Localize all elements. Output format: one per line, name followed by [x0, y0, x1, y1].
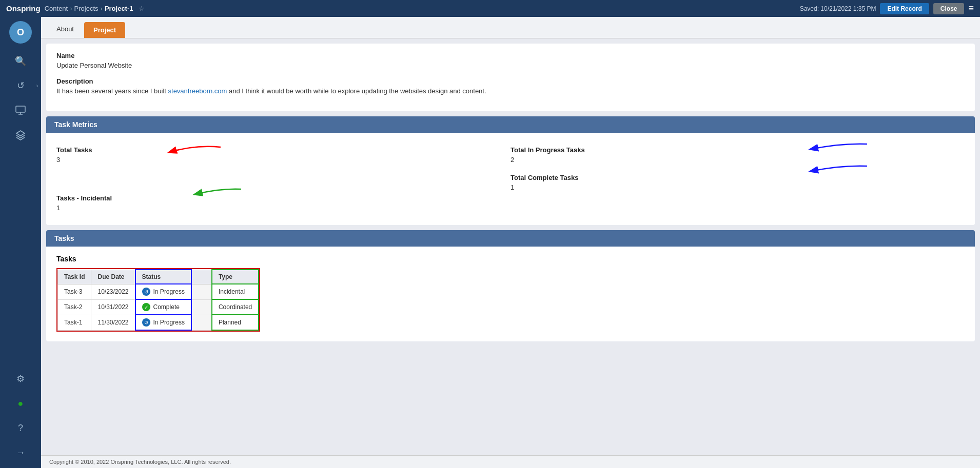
footer: Copyright © 2010, 2022 Onspring Technolo…: [41, 455, 980, 468]
type-cell: Incidental: [212, 284, 259, 299]
tasks-incidental-value: 1: [56, 204, 511, 212]
edit-record-button[interactable]: Edit Record: [880, 3, 929, 14]
tasks-section-header: Tasks: [46, 230, 975, 247]
saved-timestamp: Saved: 10/21/2022 1:35 PM: [800, 5, 876, 12]
sidebar-settings-icon[interactable]: ⚙: [9, 368, 32, 390]
sidebar-status-icon[interactable]: ●: [9, 392, 32, 415]
description-after: and I think it would be worth while to e…: [227, 87, 486, 95]
avatar[interactable]: O: [9, 21, 32, 44]
description-value: It has been several years since I built …: [56, 87, 965, 95]
page-content: Name Update Personal Website Description…: [41, 38, 980, 455]
about-card: Name Update Personal Website Description…: [46, 44, 975, 111]
table-row: Task-111/30/2022↺In ProgressPlanned: [58, 315, 259, 330]
task-id-cell: Task-1: [58, 315, 91, 330]
status-label: In Progress: [153, 288, 185, 295]
status-cell: ↺In Progress: [135, 284, 191, 299]
status-cell: ↺In Progress: [135, 315, 191, 330]
col-due-date: Due Date: [91, 270, 135, 284]
topbar-right: Saved: 10/21/2022 1:35 PM Edit Record Cl…: [800, 3, 974, 14]
in-progress-icon: ↺: [142, 318, 150, 327]
tasks-incidental-label: Tasks - Incidental: [56, 194, 511, 202]
total-tasks-value: 3: [56, 156, 511, 164]
content-area: About Project Name Update Personal Websi…: [41, 17, 980, 468]
task-metrics-card: Task Metrics: [46, 116, 975, 225]
about-body: Name Update Personal Website Description…: [46, 44, 975, 111]
type-cell: Coordinated: [212, 299, 259, 315]
sidebar-help-icon[interactable]: ?: [9, 417, 32, 439]
metric-total-complete: Total Complete Tasks 1: [511, 169, 965, 217]
task-table: Task Id Due Date Status Type Task-310/23…: [57, 269, 259, 331]
sidebar-presentation-icon[interactable]: [9, 99, 32, 121]
in-progress-icon: ↺: [142, 288, 150, 296]
sidebar-layers-icon[interactable]: [9, 124, 32, 146]
total-in-progress-label: Total In Progress Tasks: [511, 146, 965, 154]
sidebar-logout-icon[interactable]: →: [9, 441, 32, 464]
description-link[interactable]: stevanfreeborn.com: [168, 87, 227, 95]
status-label: Complete: [153, 303, 180, 311]
metric-total-in-progress: Total In Progress Tasks 2: [511, 141, 965, 169]
total-complete-label: Total Complete Tasks: [511, 174, 965, 181]
tab-project[interactable]: Project: [84, 22, 125, 38]
svg-rect-0: [16, 106, 25, 112]
pin-icon[interactable]: ☆: [139, 5, 145, 12]
app-logo: Onspring: [6, 4, 41, 13]
task-metrics-header: Task Metrics: [46, 116, 975, 133]
col-type: Type: [212, 270, 259, 284]
tab-about[interactable]: About: [47, 21, 83, 38]
task-id-cell: Task-2: [58, 299, 91, 315]
topbar-left: Onspring Content › Projects › Project-1 …: [6, 4, 145, 13]
col-status: Status: [135, 270, 191, 284]
description-before: It has been several years since I built: [56, 87, 168, 95]
tabs-bar: About Project: [41, 17, 980, 38]
breadcrumb-current: Project-1: [105, 5, 133, 12]
col-spacer: [191, 270, 212, 284]
due-date-cell: 11/30/2022: [91, 315, 135, 330]
type-cell: Planned: [212, 315, 259, 330]
breadcrumb-projects[interactable]: Projects: [74, 5, 99, 12]
table-row: Task-210/31/2022✓CompleteCoordinated: [58, 299, 259, 315]
name-value: Update Personal Website: [56, 62, 965, 69]
name-label: Name: [56, 52, 965, 59]
task-id-cell: Task-3: [58, 284, 91, 299]
spacer-cell: [191, 284, 212, 299]
complete-icon: ✓: [142, 303, 150, 311]
total-tasks-label: Total Tasks: [56, 146, 511, 154]
col-task-id: Task Id: [58, 270, 91, 284]
table-header-row: Task Id Due Date Status Type: [58, 270, 259, 284]
sidebar-search-icon[interactable]: 🔍: [9, 50, 32, 72]
sidebar-history-icon[interactable]: ↺ ›: [0, 74, 41, 97]
breadcrumb: Content › Projects › Project-1 ☆: [45, 5, 145, 12]
topbar: Onspring Content › Projects › Project-1 …: [0, 0, 980, 17]
close-button[interactable]: Close: [933, 3, 965, 14]
metric-tasks-incidental: Tasks - Incidental 1: [56, 169, 511, 217]
table-row: Task-310/23/2022↺In ProgressIncidental: [58, 284, 259, 299]
footer-text: Copyright © 2010, 2022 Onspring Technolo…: [49, 459, 231, 465]
status-label: In Progress: [153, 319, 185, 326]
metric-total-tasks: Total Tasks 3: [56, 141, 511, 169]
spacer-cell: [191, 299, 212, 315]
total-complete-value: 1: [511, 184, 965, 191]
sidebar: O 🔍 ↺ › ⚙ ● ? →: [0, 17, 41, 468]
metrics-grid: Total Tasks 3 Total In Progress Tasks 2 …: [46, 133, 975, 225]
hamburger-icon[interactable]: ≡: [968, 3, 974, 14]
description-label: Description: [56, 77, 965, 85]
breadcrumb-sep2: ›: [101, 5, 103, 12]
due-date-cell: 10/23/2022: [91, 284, 135, 299]
task-table-wrapper: Task Id Due Date Status Type Task-310/23…: [56, 268, 260, 332]
breadcrumb-sep1: ›: [70, 5, 72, 12]
breadcrumb-content[interactable]: Content: [45, 5, 68, 12]
expand-arrow-icon: ›: [36, 83, 38, 89]
tasks-section: Tasks Tasks Task Id Due Date Status: [46, 230, 975, 341]
spacer-cell: [191, 315, 212, 330]
due-date-cell: 10/31/2022: [91, 299, 135, 315]
tasks-body: Tasks Task Id Due Date Status Type: [46, 247, 975, 341]
status-cell: ✓Complete: [135, 299, 191, 315]
main-layout: O 🔍 ↺ › ⚙ ● ? → About: [0, 17, 980, 468]
total-in-progress-value: 2: [511, 156, 965, 164]
tasks-table-title: Tasks: [56, 255, 965, 263]
